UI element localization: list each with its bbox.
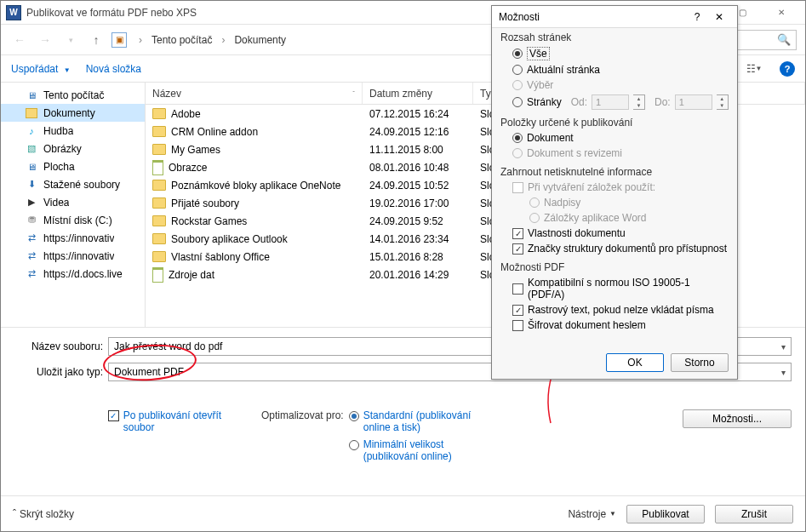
sidebar-item-5[interactable]: ⬇Stažené soubory	[1, 175, 145, 193]
to-input[interactable]: 1	[675, 94, 712, 110]
range-selection-radio[interactable]: Výběr	[500, 77, 729, 93]
sidebar-item-3[interactable]: ▧Obrázky	[1, 140, 145, 157]
col-name[interactable]: Názevˆ	[146, 83, 363, 104]
sidebar-item-8[interactable]: ⇄https://innovativ	[1, 229, 145, 247]
disk-icon: ⛃	[25, 214, 38, 227]
music-icon: ♪	[25, 124, 38, 138]
sidebar-item-label: Plocha	[43, 161, 75, 173]
cancel-button[interactable]: Zrušit	[715, 505, 793, 523]
doc-properties-checkbox[interactable]: ✓Vlastnosti dokumentu	[500, 226, 729, 241]
monitor-icon: 🖥	[25, 89, 38, 102]
optimize-standard-radio[interactable]: Standardní (publikování online a tisk)	[349, 409, 491, 433]
modal-close-button[interactable]: ✕	[708, 11, 730, 23]
new-folder-button[interactable]: Nová složka	[86, 63, 141, 75]
sidebar-item-label: Obrázky	[43, 143, 82, 155]
up-button[interactable]: ↑	[86, 30, 106, 50]
sidebar-item-1[interactable]: Dokumenty	[1, 104, 145, 122]
sort-indicator: ˆ	[352, 89, 355, 97]
sidebar-item-label: Videa	[43, 197, 69, 209]
range-current-radio[interactable]: Aktuální stránka	[500, 62, 729, 77]
open-after-publish-checkbox[interactable]: ✓ Po publikování otevřít soubor	[108, 409, 253, 433]
hide-folders-link[interactable]: ˆ Skrýt složky	[13, 508, 74, 520]
file-date: 24.09.2015 9:52	[363, 215, 473, 227]
optimize-label: Optimalizovat pro:	[261, 409, 344, 421]
back-button[interactable]: ←	[9, 30, 30, 50]
folder-icon	[152, 251, 166, 262]
bc-part-1[interactable]: Dokumenty	[231, 32, 289, 48]
sidebar-item-6[interactable]: ▶Videa	[1, 193, 145, 211]
sidebar-item-7[interactable]: ⛃Místní disk (C:)	[1, 211, 145, 229]
bc-part-0[interactable]: Tento počítač	[148, 32, 215, 48]
file-name: Přijaté soubory	[171, 197, 239, 209]
modal-help-button[interactable]: ?	[686, 11, 708, 23]
bitmap-text-checkbox[interactable]: ✓Rastrový text, pokud nelze vkládat písm…	[500, 302, 729, 317]
file-name: Zdroje dat	[169, 269, 214, 281]
file-date: 15.01.2016 8:28	[363, 251, 473, 263]
create-bookmarks-checkbox[interactable]: Při vytváření záložek použít:	[500, 180, 729, 195]
sidebar-item-label: Místní disk (C:)	[43, 215, 112, 226]
filetype-label: Uložit jako typ:	[14, 366, 108, 378]
encrypt-checkbox[interactable]: Šifrovat dokument heslem	[500, 317, 729, 333]
item-document-revisions-radio[interactable]: Dokument s revizemi	[500, 146, 729, 161]
sidebar-item-10[interactable]: ⇄https://d.docs.live	[1, 265, 145, 283]
radio-icon	[349, 440, 359, 450]
chevron-up-icon: ˆ	[13, 508, 16, 520]
radio-icon	[529, 213, 540, 223]
close-button[interactable]: ✕	[762, 2, 800, 24]
to-stepper[interactable]: ▲▼	[717, 94, 729, 110]
view-menu[interactable]: ☷ ▼	[744, 59, 764, 79]
iso-checkbox[interactable]: Kompatibilní s normou ISO 19005-1 (PDF/A…	[500, 275, 729, 302]
footer: ˆ Skrýt složky Nástroje ▼ Publikovat Zru…	[1, 495, 805, 531]
pics-icon: ▧	[25, 142, 38, 156]
from-input[interactable]: 1	[592, 94, 629, 110]
range-pages-radio[interactable]: Stránky Od: 1▲▼ Do: 1▲▼	[500, 93, 729, 112]
modal-footer: OK Storno	[492, 346, 737, 379]
file-name: Soubory aplikace Outlook	[171, 233, 288, 245]
modal-cancel-button[interactable]: Storno	[671, 353, 729, 372]
file-icon	[152, 267, 163, 283]
folder-icon	[152, 108, 166, 119]
checkbox-icon: ✓	[512, 228, 523, 239]
sidebar-item-2[interactable]: ♪Hudba	[1, 122, 145, 140]
folder-icon	[152, 144, 166, 155]
file-name: Obrazce	[169, 162, 207, 174]
file-date: 14.01.2016 23:34	[363, 233, 473, 245]
file-name: Rockstar Games	[171, 215, 247, 227]
radio-icon	[529, 197, 540, 208]
video-icon: ▶	[25, 196, 38, 209]
group-page-range: Rozsah stránek	[500, 31, 729, 43]
to-label: Do:	[655, 96, 671, 108]
folder-icon	[152, 180, 166, 191]
radio-icon	[512, 133, 523, 143]
checkbox-icon: ✓	[512, 243, 523, 255]
forward-button[interactable]: →	[35, 30, 55, 50]
radio-icon	[512, 148, 523, 158]
folder-icon	[152, 215, 166, 226]
optimize-minimum-radio[interactable]: Minimální velikost (publikování online)	[349, 438, 491, 462]
file-date: 20.01.2016 14:29	[363, 269, 473, 281]
col-date[interactable]: Datum změny	[363, 83, 473, 104]
group-publish-items: Položky určené k publikování	[500, 117, 729, 129]
checkbox-icon	[512, 182, 523, 193]
breadcrumb[interactable]: › Tento počítač › Dokumenty	[132, 30, 545, 50]
modal-title: Možnosti	[499, 11, 686, 23]
radio-icon	[512, 80, 523, 90]
ok-button[interactable]: OK	[606, 353, 664, 372]
sidebar-item-4[interactable]: 🖥Plocha	[1, 157, 145, 175]
recent-dropdown[interactable]: ▾	[60, 30, 81, 50]
item-document-radio[interactable]: Dokument	[500, 130, 729, 146]
sidebar-item-label: https://d.docs.live	[43, 268, 123, 280]
structure-tags-checkbox[interactable]: ✓Značky struktury dokumentů pro přístupn…	[500, 241, 729, 256]
sidebar-item-9[interactable]: ⇄https://innovativ	[1, 247, 145, 265]
sidebar-item-label: https://innovativ	[43, 250, 114, 262]
range-all-radio[interactable]: Vše	[500, 45, 729, 62]
organize-menu[interactable]: Uspořádat ▼	[11, 63, 71, 75]
sidebar-item-label: Tento počítač	[43, 89, 104, 101]
publish-button[interactable]: Publikovat	[626, 505, 705, 523]
options-button[interactable]: Možnosti...	[683, 409, 792, 428]
sidebar-item-0[interactable]: 🖥Tento počítač	[1, 86, 145, 104]
file-date: 11.11.2015 8:00	[363, 144, 473, 156]
tools-menu[interactable]: Nástroje ▼	[568, 508, 616, 520]
help-button[interactable]: ?	[780, 61, 795, 77]
from-stepper[interactable]: ▲▼	[633, 94, 645, 110]
